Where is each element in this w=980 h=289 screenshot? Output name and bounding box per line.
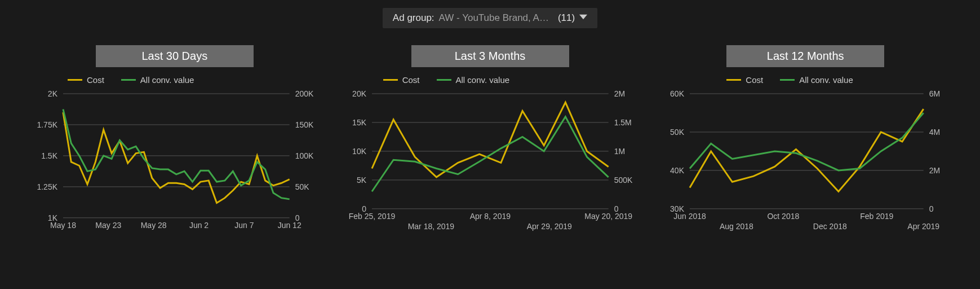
svg-text:10K: 10K (352, 147, 367, 156)
svg-text:5K: 5K (357, 176, 367, 185)
svg-text:20K: 20K (352, 89, 367, 98)
svg-text:1.5M: 1.5M (614, 118, 631, 127)
svg-text:Apr 29, 2019: Apr 29, 2019 (526, 222, 571, 231)
svg-text:Apr 8, 2019: Apr 8, 2019 (469, 212, 511, 221)
svg-text:2M: 2M (614, 89, 624, 98)
svg-text:Apr 2019: Apr 2019 (908, 222, 940, 231)
panel-title: Last 30 Days (96, 45, 254, 67)
swatch-conv (780, 79, 795, 81)
svg-text:May 28: May 28 (141, 221, 167, 230)
swatch-conv (437, 79, 451, 81)
svg-text:1M: 1M (614, 147, 624, 156)
svg-text:Aug 2018: Aug 2018 (720, 222, 753, 231)
svg-text:0: 0 (929, 204, 934, 213)
svg-text:2M: 2M (929, 166, 940, 175)
legend: Cost All conv. value (383, 75, 509, 85)
legend-conv: All conv. value (780, 75, 853, 85)
svg-text:1.5K: 1.5K (41, 151, 57, 160)
svg-text:50K: 50K (670, 128, 685, 137)
svg-text:Mar 18, 2019: Mar 18, 2019 (407, 222, 454, 231)
svg-text:2K: 2K (48, 89, 58, 98)
chart-last-30-days: 1K1.25K1.5K1.75K2K050K100K150K200KMay 18… (28, 88, 321, 235)
panel-title: Last 3 Months (411, 45, 569, 67)
svg-text:Feb 25, 2019: Feb 25, 2019 (348, 212, 395, 221)
svg-text:15K: 15K (352, 118, 367, 127)
chart-last-3-months: 05K10K15K20K0500K1M1.5M2MFeb 25, 2019Mar… (344, 88, 637, 235)
svg-text:May 18: May 18 (50, 221, 76, 230)
svg-text:May 23: May 23 (95, 221, 121, 230)
chart-last-12-months: 30K40K50K60K02M4M6MJun 2018Aug 2018Oct 2… (659, 88, 952, 235)
legend: Cost All conv. value (68, 75, 194, 85)
filter-label: Ad group: (393, 12, 434, 24)
legend-conv: All conv. value (121, 75, 194, 85)
svg-text:200K: 200K (295, 89, 314, 98)
svg-text:May 20, 2019: May 20, 2019 (584, 212, 632, 221)
svg-text:Feb 2019: Feb 2019 (861, 212, 894, 221)
svg-text:Dec 2018: Dec 2018 (813, 222, 847, 231)
legend-cost: Cost (726, 75, 763, 85)
panel-last-12-months: Last 12 Months Cost All conv. value 30K4… (659, 45, 952, 235)
svg-text:150K: 150K (295, 120, 314, 129)
chart-panels: Last 30 Days Cost All conv. value 1K1.25… (0, 28, 980, 235)
svg-text:100K: 100K (295, 151, 314, 160)
swatch-cost (68, 79, 82, 81)
swatch-conv (121, 79, 136, 81)
svg-text:500K: 500K (614, 176, 632, 185)
svg-text:4M: 4M (929, 128, 940, 137)
panel-last-30-days: Last 30 Days Cost All conv. value 1K1.25… (28, 45, 321, 235)
svg-text:6M: 6M (929, 89, 940, 98)
legend-cost: Cost (68, 75, 104, 85)
svg-text:60K: 60K (670, 89, 685, 98)
legend-cost: Cost (383, 75, 420, 85)
svg-text:Oct 2018: Oct 2018 (768, 212, 800, 221)
svg-text:1.75K: 1.75K (37, 120, 57, 129)
swatch-cost (726, 79, 741, 81)
svg-text:1.25K: 1.25K (37, 182, 57, 191)
filter-count: (11) (558, 12, 575, 24)
panel-title: Last 12 Months (726, 45, 884, 67)
chevron-down-icon (579, 12, 587, 24)
svg-text:50K: 50K (295, 182, 310, 191)
legend: Cost All conv. value (726, 75, 853, 85)
svg-text:40K: 40K (670, 166, 685, 175)
ad-group-filter[interactable]: Ad group: AW - YouTube Brand, A… (11) (383, 8, 597, 28)
panel-last-3-months: Last 3 Months Cost All conv. value 05K10… (344, 45, 637, 235)
svg-text:Jun 2018: Jun 2018 (674, 212, 707, 221)
svg-text:Jun 12: Jun 12 (278, 221, 301, 230)
legend-conv: All conv. value (437, 75, 510, 85)
swatch-cost (383, 79, 398, 81)
svg-text:Jun 7: Jun 7 (234, 221, 254, 230)
svg-text:Jun 2: Jun 2 (189, 221, 209, 230)
filter-value: AW - YouTube Brand, A… (439, 12, 549, 24)
